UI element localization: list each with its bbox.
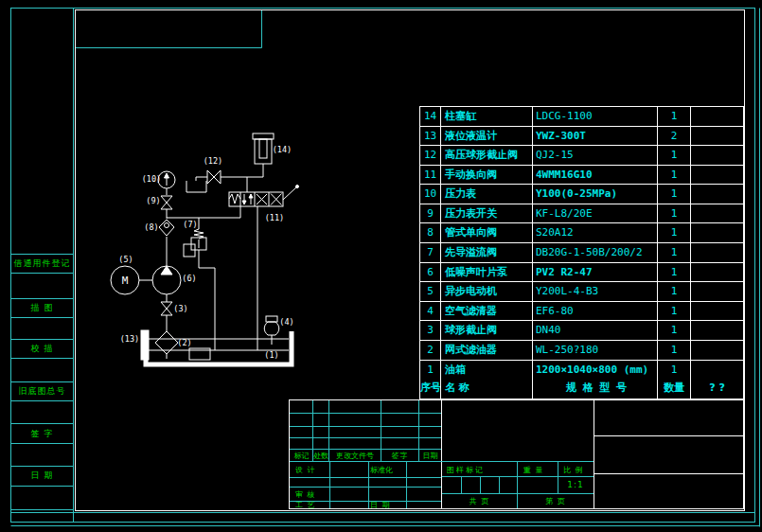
parts-cell-name: 高压球形截止阀 xyxy=(441,146,533,165)
header-name: 名 称 xyxy=(441,379,533,399)
sidebar-label-borrow-register: 借通用件登记 xyxy=(11,255,73,272)
divider xyxy=(594,435,743,436)
ball-valve-symbol xyxy=(214,170,221,184)
parts-cell-qty: 1 xyxy=(658,263,691,282)
parts-cell-no: 2 xyxy=(420,341,441,360)
parts-cell-spec: S20A12 xyxy=(533,223,658,242)
rev-col-mark: 标记 xyxy=(291,451,312,461)
label-8: (8) xyxy=(144,222,158,232)
label-10: (10) xyxy=(142,174,161,184)
parts-cell-qty: 1 xyxy=(658,185,691,204)
parts-cell-remark xyxy=(691,223,743,242)
parts-cell-name: 油箱 xyxy=(441,361,533,380)
parts-table-header: 序号 名 称 规 格 型 号 数量 ? ? xyxy=(420,379,743,399)
parts-cell-spec: KF-L8/20E xyxy=(533,204,658,223)
parts-cell-spec: WL-250?180 xyxy=(533,341,658,360)
parts-cell-name: 压力表开关 xyxy=(441,204,533,223)
header-no: 序号 xyxy=(420,379,441,399)
parts-row: 7先导溢流阀DB20G-1-50B/200/21 xyxy=(420,243,743,263)
label-2: (2) xyxy=(177,338,191,347)
divider xyxy=(594,473,743,474)
parts-cell-spec: 4WMM16G10 xyxy=(533,166,658,185)
header-spec: 规 格 型 号 xyxy=(533,379,658,399)
gauge-switch-symbol xyxy=(161,203,172,209)
parts-cell-name: 柱塞缸 xyxy=(441,107,533,126)
cylinder-cap xyxy=(253,133,274,139)
parts-cell-remark xyxy=(691,321,743,340)
parts-cell-qty: 1 xyxy=(658,146,691,165)
parts-row: 9压力表开关KF-L8/20E1 xyxy=(420,204,743,224)
sidebar-label-proof: 校 描 xyxy=(11,340,73,357)
rev-col-doc-no: 更改文件号 xyxy=(329,451,381,461)
rev-col-sign: 签字 xyxy=(381,451,418,461)
sidebar-label-old-drawing-no: 旧底图总号 xyxy=(11,382,73,399)
parts-cell-name: 手动换向阀 xyxy=(441,166,533,185)
gauge-switch-symbol xyxy=(161,196,172,203)
sidebar-label-date: 日 期 xyxy=(11,467,73,484)
parts-cell-remark xyxy=(691,341,743,360)
label-11: (11) xyxy=(265,213,284,222)
parts-cell-no: 14 xyxy=(420,107,441,126)
parts-row: 2网式滤油器WL-250?1801 xyxy=(420,341,743,361)
rev-col-date: 日期 xyxy=(419,451,441,461)
parts-cell-no: 9 xyxy=(420,204,441,223)
globe-valve-symbol xyxy=(161,302,172,309)
parts-cell-qty: 1 xyxy=(658,107,691,126)
parts-cell-spec: YWZ-300T xyxy=(533,127,658,146)
parts-cell-no: 7 xyxy=(420,243,441,262)
gauge-needle-tip xyxy=(165,173,169,178)
parts-cell-remark xyxy=(691,146,743,165)
valve-lever xyxy=(283,186,297,200)
title-block: 标记 处数 更改文件号 签字 日期 设 计 标准化 审 核 工 艺 日 期 图样… xyxy=(289,399,744,509)
parts-row: 1油箱1200×1040×800 (mm)1 xyxy=(420,361,743,380)
weight-label: 重 量 xyxy=(523,465,544,475)
parts-cell-no: 11 xyxy=(420,166,441,185)
parts-cell-no: 6 xyxy=(420,263,441,282)
label-1: (1) xyxy=(264,350,278,360)
plunger-cylinder-symbol xyxy=(255,139,272,164)
globe-valve-symbol xyxy=(161,309,172,315)
pump-flow-triangle xyxy=(161,266,172,275)
label-14: (14) xyxy=(273,145,292,154)
header-remark: ? ? xyxy=(691,379,743,399)
check-valve-ball xyxy=(165,223,169,228)
cad-sheet: (1) (2) (3) (4) (5) (6) (7) (8) (9) (10)… xyxy=(0,0,762,532)
parts-cell-name: 低噪声叶片泵 xyxy=(441,263,533,282)
parts-cell-no: 3 xyxy=(420,321,441,340)
label-5: (5) xyxy=(118,255,133,264)
parts-row: 13液位液温计YWZ-300T2 xyxy=(420,127,743,147)
process-label: 工 艺 xyxy=(295,500,316,510)
parts-cell-name: 空气滤清器 xyxy=(441,302,533,321)
parts-cell-qty: 1 xyxy=(658,166,691,185)
header-qty: 数量 xyxy=(658,379,691,399)
drawing-mark-label: 图样标记 xyxy=(447,465,485,475)
parts-cell-name: 球形截止阀 xyxy=(441,321,533,340)
scale-value: 1:1 xyxy=(558,480,593,489)
parts-cell-qty: 1 xyxy=(658,223,691,242)
parts-cell-name: 先导溢流阀 xyxy=(441,243,533,262)
plunger-rod xyxy=(259,139,267,158)
design-label: 设 计 xyxy=(295,465,316,475)
parts-cell-name: 网式滤油器 xyxy=(441,341,533,360)
ball-valve-symbol xyxy=(207,170,214,184)
parts-cell-name: 液位液温计 xyxy=(441,127,533,146)
parts-cell-no: 13 xyxy=(420,127,441,146)
parts-cell-spec: DB20G-1-50B/200/2 xyxy=(533,243,658,262)
parts-cell-name: 异步电动机 xyxy=(441,282,533,301)
parts-cell-remark xyxy=(691,204,743,223)
parts-row: 4空气滤清器EF6-801 xyxy=(420,302,743,322)
review-label: 审 核 xyxy=(295,489,316,500)
sidebar-label-signature: 签 字 xyxy=(11,425,73,442)
parts-cell-spec: QJ2-15 xyxy=(533,146,658,165)
parts-table-rows: 14柱塞缸LDCG-1100113液位液温计YWZ-300T212高压球形截止阀… xyxy=(420,107,743,379)
parts-cell-qty: 1 xyxy=(658,282,691,301)
parts-cell-name: 压力表 xyxy=(441,185,533,204)
parts-cell-spec: EF6-80 xyxy=(533,302,658,321)
parts-cell-no: 12 xyxy=(420,146,441,165)
parts-cell-remark xyxy=(691,302,743,321)
pages-total: 共 页 xyxy=(442,496,517,506)
parts-cell-remark xyxy=(691,127,743,146)
parts-cell-no: 8 xyxy=(420,223,441,242)
level-temp-gauge-symbol xyxy=(141,330,149,360)
label-13: (13) xyxy=(120,334,139,344)
